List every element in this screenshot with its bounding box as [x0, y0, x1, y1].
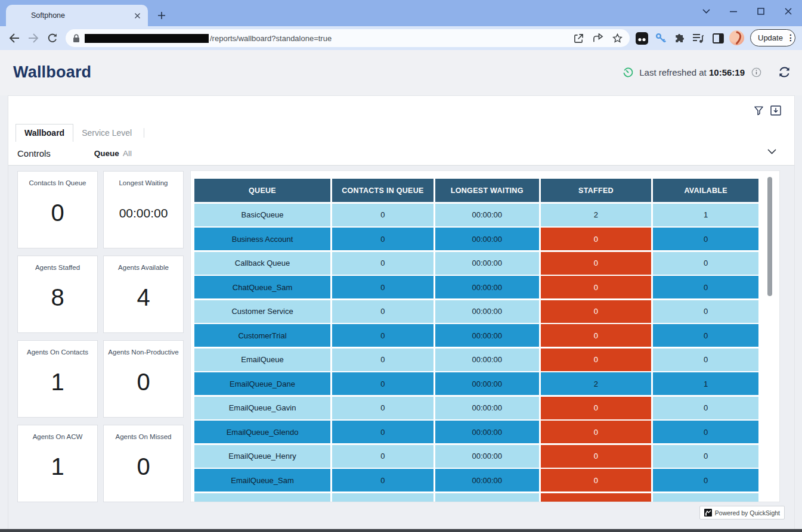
table-row[interactable]: EmailQueue000:00:0000 [194, 349, 758, 371]
update-browser-button[interactable]: Update ⋮ [750, 29, 795, 46]
available-cell[interactable]: 0 [653, 469, 758, 491]
longest-cell[interactable]: 00:00:00 [435, 228, 539, 250]
queue-cell[interactable]: EmailQueue_Henry [194, 445, 330, 468]
longest-cell[interactable]: 00:00:00 [435, 324, 539, 347]
longest-cell[interactable]: 00:00:00 [435, 469, 539, 491]
col-staffed[interactable]: STAFFED [541, 179, 652, 202]
side-panel-icon[interactable] [711, 31, 725, 45]
staffed-cell[interactable]: 0 [541, 349, 652, 371]
info-icon[interactable] [751, 67, 761, 77]
available-cell[interactable]: 0 [653, 324, 758, 347]
kpi-agents-non-productive[interactable]: Agents Non-Productive 0 [103, 340, 184, 418]
kpi-agents-staffed[interactable]: Agents Staffed 8 [17, 256, 98, 333]
staffed-cell[interactable]: 0 [541, 493, 652, 503]
new-tab-button[interactable] [154, 8, 169, 23]
longest-cell[interactable]: 00:00:00 [435, 421, 539, 443]
available-cell[interactable]: 0 [653, 276, 758, 298]
media-list-icon[interactable] [691, 31, 705, 45]
available-cell[interactable]: 0 [653, 493, 758, 503]
powered-by-quicksight-badge[interactable]: Powered by QuickSight [699, 506, 785, 519]
staffed-cell[interactable]: 0 [541, 300, 652, 323]
contacts-cell[interactable]: 0 [332, 324, 433, 347]
open-in-new-icon[interactable] [574, 33, 584, 43]
queue-filter-value[interactable]: All [123, 149, 132, 158]
extension-dots-icon[interactable] [634, 31, 649, 45]
longest-cell[interactable]: 00:00:00 [435, 493, 539, 503]
reload-icon[interactable] [45, 31, 60, 45]
queue-filter-label[interactable]: Queue [94, 149, 119, 158]
available-cell[interactable]: 0 [653, 421, 758, 443]
col-longest-waiting[interactable]: LONGEST WAITING [435, 179, 539, 202]
forward-icon[interactable] [26, 31, 41, 45]
table-row[interactable]: Customer Service000:00:0000 [194, 300, 758, 323]
maximize-icon[interactable] [747, 0, 775, 23]
queue-cell[interactable]: Customer Service [194, 300, 330, 323]
refresh-button-icon[interactable] [778, 66, 791, 79]
contacts-cell[interactable]: 0 [332, 397, 433, 419]
queue-cell[interactable]: BasicQueue [194, 204, 330, 226]
controls-collapse-chevron-icon[interactable] [767, 149, 776, 154]
kpi-contacts-in-queue[interactable]: Contacts In Queue 0 [17, 171, 98, 248]
staffed-cell[interactable]: 0 [541, 324, 652, 347]
minimize-icon[interactable] [720, 0, 747, 23]
staffed-cell[interactable]: 0 [541, 421, 652, 443]
staffed-cell[interactable]: 0 [541, 276, 652, 298]
available-cell[interactable]: 0 [653, 397, 758, 419]
longest-cell[interactable]: 00:00:00 [435, 397, 539, 419]
queue-cell[interactable]: EmailQueue_Sam [194, 469, 330, 491]
filter-icon[interactable] [753, 104, 764, 116]
col-contacts-in-queue[interactable]: CONTACTS IN QUEUE [332, 179, 433, 202]
table-row[interactable]: EmailQueue_T000:00:0000 [194, 493, 758, 503]
col-queue[interactable]: QUEUE [194, 179, 330, 202]
available-cell[interactable]: 1 [653, 204, 758, 226]
longest-cell[interactable]: 00:00:00 [435, 372, 539, 395]
available-cell[interactable]: 0 [653, 228, 758, 250]
table-row[interactable]: EmailQueue_Glendo000:00:0000 [194, 421, 758, 443]
contacts-cell[interactable]: 0 [332, 228, 433, 250]
available-cell[interactable]: 1 [653, 372, 758, 395]
table-row[interactable]: BasicQueue000:00:0021 [194, 204, 758, 226]
available-cell[interactable]: 0 [653, 252, 758, 275]
contacts-cell[interactable]: 0 [332, 349, 433, 371]
staffed-cell[interactable]: 0 [541, 397, 652, 419]
kpi-agents-on-missed[interactable]: Agents On Missed 0 [103, 425, 184, 502]
table-row[interactable]: ChatQueue_Sam000:00:0000 [194, 276, 758, 298]
staffed-cell[interactable]: 0 [541, 445, 652, 468]
longest-cell[interactable]: 00:00:00 [435, 276, 539, 298]
tab-search-icon[interactable] [692, 0, 720, 23]
tab-service-level[interactable]: Service Level [73, 125, 140, 142]
longest-cell[interactable]: 00:00:00 [435, 445, 539, 468]
browser-menu-kebab-icon[interactable]: ⋮ [786, 36, 795, 39]
queue-cell[interactable]: EmailQueue_Gavin [194, 397, 330, 419]
export-icon[interactable] [770, 104, 782, 116]
close-window-icon[interactable] [775, 0, 802, 23]
kpi-agents-available[interactable]: Agents Available 4 [103, 256, 184, 333]
longest-cell[interactable]: 00:00:00 [435, 252, 539, 275]
table-scrollbar[interactable] [767, 177, 772, 296]
queue-cell[interactable]: EmailQueue_Dane [194, 372, 330, 395]
staffed-cell[interactable]: 0 [541, 228, 652, 250]
contacts-cell[interactable]: 0 [332, 300, 433, 323]
table-row[interactable]: Callback Queue000:00:0000 [194, 252, 758, 275]
available-cell[interactable]: 0 [653, 300, 758, 323]
longest-cell[interactable]: 00:00:00 [435, 300, 539, 323]
browser-tab[interactable]: Softphone [6, 5, 148, 26]
staffed-cell[interactable]: 2 [541, 204, 652, 226]
queue-cell[interactable]: Callback Queue [194, 252, 330, 275]
back-icon[interactable] [7, 31, 21, 45]
contacts-cell[interactable]: 0 [332, 469, 433, 491]
table-row[interactable]: CustomerTrial000:00:0000 [194, 324, 758, 347]
contacts-cell[interactable]: 0 [332, 204, 433, 226]
kpi-agents-on-acw[interactable]: Agents On ACW 1 [17, 425, 98, 502]
available-cell[interactable]: 0 [653, 445, 758, 468]
table-row[interactable]: EmailQueue_Sam000:00:0000 [194, 469, 758, 491]
profile-avatar[interactable] [729, 30, 744, 45]
extensions-puzzle-icon[interactable] [673, 31, 687, 45]
queue-cell[interactable]: EmailQueue [194, 349, 330, 371]
table-row[interactable]: EmailQueue_Henry000:00:0000 [194, 445, 758, 468]
contacts-cell[interactable]: 0 [332, 421, 433, 443]
queue-cell[interactable]: Business Account [194, 228, 330, 250]
queue-cell[interactable]: EmailQueue_Glendo [194, 421, 330, 443]
table-row[interactable]: EmailQueue_Dane000:00:0021 [194, 372, 758, 395]
table-row[interactable]: Business Account000:00:0000 [194, 228, 758, 250]
